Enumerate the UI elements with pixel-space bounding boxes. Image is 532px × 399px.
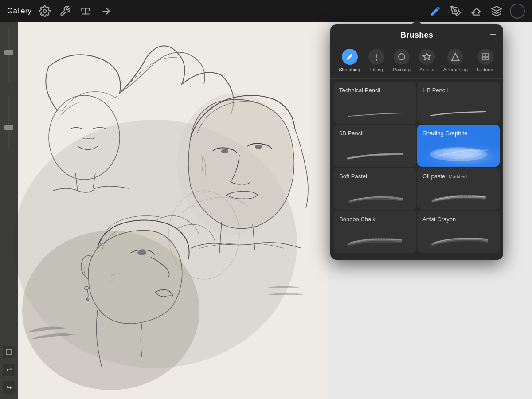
brush-preview-bonobo-chalk	[338, 234, 412, 249]
toolbar: Gallery	[0, 0, 532, 22]
brush-preview-oil-pastel	[422, 191, 495, 206]
svg-marker-2	[492, 6, 501, 11]
category-tabs: Sketching Inking Painting	[330, 44, 503, 79]
redo-button[interactable]: ↪	[3, 381, 15, 394]
svg-point-11	[137, 250, 146, 255]
painting-icon	[394, 49, 410, 65]
brush-name-bonobo-chalk: Bonobo Chalk	[339, 216, 376, 223]
redo-icon: ↪	[6, 383, 12, 391]
adjustments-tool-icon[interactable]	[58, 4, 72, 18]
layers-tool-icon[interactable]	[489, 4, 504, 18]
brush-bonobo-chalk[interactable]: Bonobo Chalk	[334, 211, 416, 253]
letter-s-tool-icon[interactable]	[78, 4, 93, 18]
svg-point-15	[376, 59, 377, 61]
add-brush-button[interactable]: +	[490, 29, 496, 40]
sketching-icon	[342, 49, 358, 65]
svg-marker-18	[452, 53, 459, 60]
brush-name-artist-crayon: Artist Crayon	[422, 216, 456, 223]
tab-airbrushing[interactable]: Airbrushing	[440, 47, 472, 74]
sketch-artwork	[0, 22, 328, 399]
arrow-tool-icon[interactable]	[99, 4, 113, 18]
eraser-tool-icon[interactable]	[469, 4, 483, 18]
inking-icon	[368, 49, 384, 65]
svg-point-0	[43, 10, 47, 13]
inking-label: Inking	[370, 67, 383, 72]
svg-point-13	[86, 298, 89, 301]
brush-preview-artist-crayon	[422, 234, 495, 249]
brush-grid: Technical Pencil HB Pencil 6B Pencil	[330, 82, 503, 253]
svg-point-1	[454, 10, 456, 12]
svg-marker-17	[423, 54, 430, 60]
svg-rect-3	[6, 349, 12, 355]
brush-tool-icon[interactable]	[428, 4, 442, 18]
painting-label: Painting	[393, 67, 411, 72]
brush-name-technical-pencil: Technical Pencil	[339, 87, 380, 94]
toolbar-right	[428, 4, 525, 19]
brush-name-6b-pencil: 6B Pencil	[339, 130, 364, 137]
brush-artist-crayon[interactable]: Artist Crayon	[417, 211, 500, 253]
square-tool-btn[interactable]	[3, 346, 15, 358]
tab-artistic[interactable]: Artistic	[415, 47, 438, 74]
brush-preview-technical-pencil	[338, 105, 412, 120]
size-thumb[interactable]	[4, 125, 13, 130]
wrench-tool-icon[interactable]	[38, 4, 52, 18]
brush-name-hb-pencil: HB Pencil	[422, 87, 448, 94]
canvas-area[interactable]	[0, 22, 328, 399]
svg-rect-19	[482, 54, 485, 56]
tab-textures[interactable]: Textures	[473, 47, 498, 74]
tab-inking[interactable]: Inking	[365, 47, 388, 74]
svg-point-16	[399, 54, 405, 60]
tab-sketching[interactable]: Sketching	[335, 47, 364, 74]
brush-preview-hb-pencil	[422, 105, 495, 120]
undo-button[interactable]: ↩	[3, 364, 15, 376]
svg-rect-21	[482, 57, 485, 60]
tab-painting[interactable]: Painting	[389, 47, 414, 74]
undo-icon: ↩	[6, 366, 12, 374]
sketching-label: Sketching	[339, 67, 360, 72]
textures-label: Textures	[476, 67, 495, 72]
brush-hb-pencil[interactable]: HB Pencil	[417, 82, 500, 124]
brush-6b-pencil[interactable]: 6B Pencil	[334, 125, 416, 167]
textures-icon	[477, 49, 493, 65]
brush-oil-pastel[interactable]: Oil pastel Modified	[417, 168, 500, 210]
svg-rect-22	[486, 57, 489, 60]
artistic-icon	[419, 49, 435, 65]
brush-shading-graphite[interactable]: Shading Graphite	[417, 125, 500, 167]
opacity-slider[interactable]	[8, 28, 10, 82]
left-sidebar: ↩ ↪	[0, 22, 18, 399]
airbrushing-icon	[447, 49, 463, 65]
panel-header: Brushes +	[330, 24, 503, 44]
opacity-thumb[interactable]	[4, 50, 13, 55]
size-slider[interactable]	[8, 96, 10, 149]
toolbar-left: Gallery	[7, 4, 113, 18]
panel-title: Brushes	[400, 31, 433, 40]
brushes-panel: Brushes + Sketching Inking	[330, 24, 503, 260]
brush-preview-6b-pencil	[338, 148, 412, 163]
airbrushing-label: Airbrushing	[443, 67, 468, 72]
brush-preview-soft-pastel	[338, 191, 412, 206]
brush-subtitle-oil-pastel: Modified	[449, 174, 467, 179]
smudge-tool-icon[interactable]	[449, 4, 463, 18]
brush-name-soft-pastel: Soft Pastel	[339, 173, 367, 180]
brush-name-shading-graphite: Shading Graphite	[422, 130, 467, 137]
brush-technical-pencil[interactable]: Technical Pencil	[334, 82, 416, 124]
svg-point-10	[255, 145, 262, 149]
brush-preview-shading-graphite	[422, 141, 495, 163]
artistic-label: Artistic	[419, 67, 434, 72]
svg-point-9	[221, 149, 228, 153]
brush-soft-pastel[interactable]: Soft Pastel	[334, 168, 416, 210]
svg-rect-20	[486, 54, 489, 56]
brush-name-oil-pastel: Oil pastel	[422, 173, 446, 180]
gallery-button[interactable]: Gallery	[7, 7, 31, 16]
color-swatch[interactable]	[510, 4, 525, 19]
